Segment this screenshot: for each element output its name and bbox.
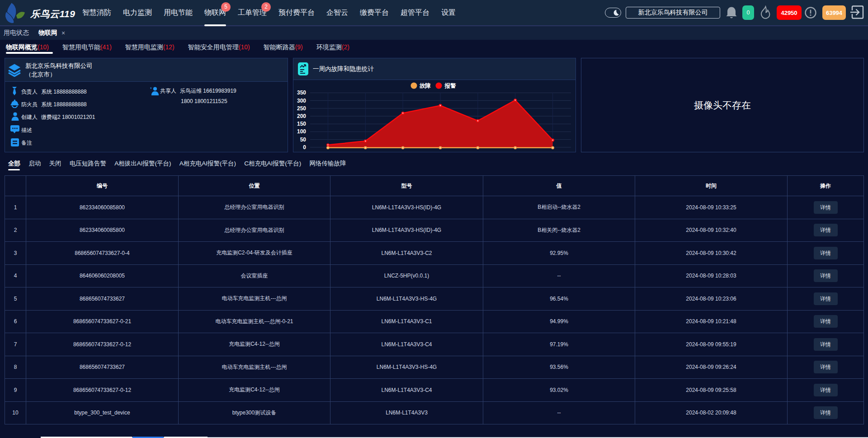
svg-text:300: 300 [297,98,306,104]
svg-text:100: 100 [297,128,306,135]
svg-text:350: 350 [297,89,306,96]
svg-text:50: 50 [300,137,307,143]
svg-text:报警: 报警 [444,83,457,89]
svg-text:故障: 故障 [420,82,431,89]
svg-text:150: 150 [297,121,306,127]
svg-text:250: 250 [297,105,306,112]
svg-text:0: 0 [303,144,306,151]
svg-text:200: 200 [297,113,306,119]
